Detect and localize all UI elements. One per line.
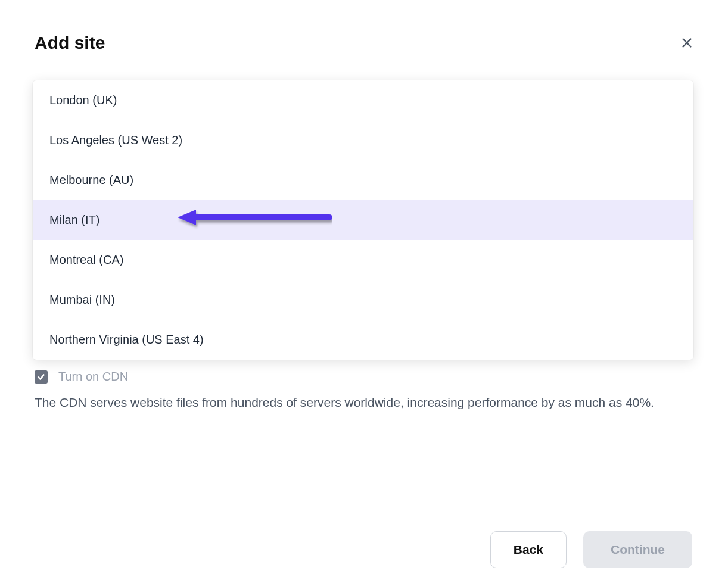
cdn-checkbox-row: Turn on CDN [35,370,693,384]
modal-header: Add site [0,0,728,80]
arrow-annotation-icon [176,209,332,232]
page-title: Add site [35,33,105,53]
back-button[interactable]: Back [490,531,567,568]
cdn-checkbox-label: Turn on CDN [58,370,128,384]
svg-marker-1 [178,210,196,225]
modal-footer: Back Continue [0,513,728,586]
location-option[interactable]: Milan (IT) [33,200,693,240]
location-dropdown-panel: London (UK)Los Angeles (US West 2)Melbou… [33,80,693,360]
location-option[interactable]: London (UK) [33,80,693,120]
location-option[interactable]: Los Angeles (US West 2) [33,120,693,160]
cdn-checkbox[interactable] [35,370,48,384]
continue-button[interactable]: Continue [583,531,692,568]
location-option[interactable]: Montreal (CA) [33,240,693,280]
location-option[interactable]: Northern Virginia (US East 4) [33,320,693,360]
location-option[interactable]: Melbourne (AU) [33,160,693,200]
location-option[interactable]: Mumbai (IN) [33,280,693,320]
cdn-section: Turn on CDN The CDN serves website files… [35,370,693,414]
close-icon[interactable] [680,36,693,49]
cdn-description: The CDN serves website files from hundre… [35,391,693,414]
